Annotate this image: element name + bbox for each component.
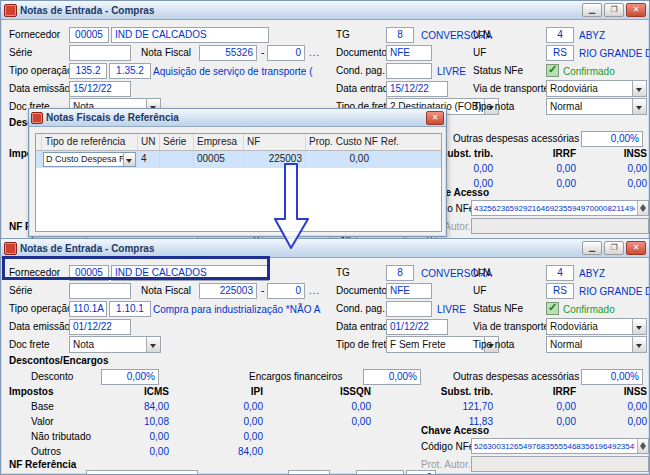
minimize-button[interactable]: ▁ xyxy=(582,241,602,255)
tipo-operacao-code1-input[interactable]: 135.2 xyxy=(69,63,107,79)
tipo-nota-dropdown[interactable]: Normal xyxy=(546,98,647,115)
serie-input[interactable] xyxy=(69,45,131,61)
via-transporte-dropdown[interactable]: Rodoviária xyxy=(546,80,647,97)
col-ipi: IPI xyxy=(183,386,263,397)
un-cell: 4 xyxy=(138,151,160,168)
prot-autor-label: Prot. Autor. xyxy=(421,459,470,470)
valor-issqn: 0,00 xyxy=(291,416,371,427)
tipo-referencia-combobox[interactable]: D Custo Despesa Ref xyxy=(43,152,136,167)
reference-row-selected[interactable]: D Custo Despesa Ref 4 00005 225003 0,00 xyxy=(36,151,441,168)
fornecedor-label: Fornecedor xyxy=(9,267,60,278)
status-nfe-checkbox[interactable] xyxy=(546,302,559,315)
cond-pag-label: Cond. pag. xyxy=(336,65,385,76)
nota-fiscal-browse-button[interactable]: ... xyxy=(309,285,320,296)
outras-despesas-input[interactable]: 0,00% xyxy=(581,131,643,147)
dialog-titlebar[interactable]: Notas Fiscais de Referência ✕ xyxy=(29,109,446,127)
tg-code-input[interactable]: 8 xyxy=(386,27,414,43)
prop-custo-cell: 0,00 xyxy=(306,151,441,168)
app-icon xyxy=(4,242,17,255)
doc-frete-dropdown[interactable]: Nota xyxy=(69,336,161,353)
serie-ref-input[interactable] xyxy=(288,470,330,475)
reference-grid: Tipo de referência UN Série Empresa NF P… xyxy=(35,133,442,232)
data-emissao-input[interactable]: 15/12/22 xyxy=(69,81,131,97)
tipo-operacao-code2-input[interactable]: 1.35.2 xyxy=(109,63,151,79)
fornecedor-code-input[interactable]: 00005 xyxy=(69,265,109,281)
base-icms: 84,00 xyxy=(89,401,169,412)
encargos-input[interactable]: 0,00% xyxy=(363,369,421,385)
empresa-cell: 00005 xyxy=(194,151,244,168)
grid-header-row: Tipo de referência UN Série Empresa NF P… xyxy=(36,134,441,151)
data-emissao-input[interactable]: 01/12/22 xyxy=(69,319,131,335)
un-name-text: ABYZ xyxy=(579,266,605,282)
titlebar[interactable]: Notas de Entrada - Compras ▁ ❐ ✕ xyxy=(1,239,649,258)
data-emissao-label: Data emissão xyxy=(9,83,70,94)
codigo-nfe-input[interactable]: 4325623659292164692355949700008211494316… xyxy=(471,200,649,216)
tipo-nota-value: Normal xyxy=(550,339,582,350)
outros-label: Outros xyxy=(31,446,61,457)
un-code-input[interactable]: 4 xyxy=(546,27,574,43)
prot-autor-input xyxy=(471,456,649,472)
un-name-text: ABYZ xyxy=(579,28,605,44)
tipo-operacao-code1-input[interactable]: 110.1A xyxy=(69,301,107,317)
dialog-close-button[interactable]: ✕ xyxy=(426,111,444,125)
un-code-input[interactable]: 4 xyxy=(546,265,574,281)
valor-label: Valor xyxy=(31,416,54,427)
cond-pag-input[interactable] xyxy=(386,301,432,317)
tipo-operacao-code2-input[interactable]: 1.10.1 xyxy=(109,301,151,317)
base-issqn: 0,00 xyxy=(291,401,371,412)
minimize-button[interactable]: ▁ xyxy=(582,3,602,17)
nota-fiscal-number-input[interactable]: 55326 xyxy=(199,45,257,61)
codigo-nfe-value: 4325623659292164692355949700008211494316… xyxy=(474,204,635,213)
tipo-frete-label: Tipo de frete xyxy=(336,339,392,350)
desconto-input[interactable]: 0,00% xyxy=(101,369,159,385)
serie-input[interactable] xyxy=(69,283,131,299)
via-transporte-label: Via de transporte xyxy=(473,321,549,332)
codigo-nfe-input[interactable]: 5263003126549768355554683561964923545617… xyxy=(471,438,649,454)
tipo-nota-dropdown[interactable]: Normal xyxy=(546,336,647,353)
via-transporte-value: Rodoviária xyxy=(550,83,598,94)
uf-code-input[interactable]: RS xyxy=(546,45,574,61)
tipo-cell: D Custo Despesa Ref xyxy=(42,151,138,168)
base-irrf: 0,00 xyxy=(496,401,576,412)
documento-input[interactable]: NFE xyxy=(386,283,432,299)
nota-fiscal-label: Nota Fiscal xyxy=(141,47,191,58)
nota-fiscal-suffix-input[interactable]: 0 xyxy=(267,45,305,61)
maximize-button[interactable]: ❐ xyxy=(604,3,624,17)
tipo-operacao-label: Tipo operação xyxy=(9,65,73,76)
fornecedor-code-input[interactable]: 00005 xyxy=(69,27,109,43)
via-transporte-dropdown[interactable]: Rodoviária xyxy=(546,318,647,335)
chevron-down-icon xyxy=(636,88,642,92)
documento-input[interactable]: NFE xyxy=(386,45,432,61)
data-entrada-input[interactable]: 15/12/22 xyxy=(386,81,448,97)
tg-label: TG xyxy=(336,267,350,278)
fornecedor-name-input[interactable]: IND DE CALCADOS xyxy=(111,27,269,43)
nf-ref-suffix-input[interactable]: 0 xyxy=(406,470,436,475)
status-nfe-checkbox[interactable] xyxy=(546,64,559,77)
close-button[interactable]: ✕ xyxy=(626,3,646,17)
spinner-icon[interactable] xyxy=(637,201,648,215)
spinner-icon[interactable] xyxy=(637,439,648,453)
chevron-down-icon xyxy=(150,344,156,348)
maximize-button[interactable]: ❐ xyxy=(604,241,624,255)
col-subst: Subst. trib. xyxy=(413,386,493,397)
cond-pag-input[interactable] xyxy=(386,63,432,79)
titlebar[interactable]: Notas de Entrada - Compras ▁ ❐ ✕ xyxy=(1,1,649,20)
fornecedor-name-input[interactable]: IND DE CALCADOS xyxy=(111,265,269,281)
empresa-input[interactable] xyxy=(86,470,198,475)
chave-acesso-heading: Chave Acesso xyxy=(421,425,489,436)
tg-code-input[interactable]: 8 xyxy=(386,265,414,281)
outras-despesas-input[interactable]: 0,00% xyxy=(581,369,643,385)
un-label: U.N. xyxy=(473,29,493,40)
data-entrada-input[interactable]: 01/12/22 xyxy=(386,319,448,335)
down-arrow-annotation xyxy=(274,163,310,250)
uf-code-input[interactable]: RS xyxy=(546,283,574,299)
nota-fiscal-browse-button[interactable]: ... xyxy=(309,47,320,58)
nota-fiscal-number-input[interactable]: 225003 xyxy=(199,283,257,299)
desconto-label: Desconto xyxy=(31,371,73,382)
outros-icms: 0,00 xyxy=(89,446,169,457)
nota-fiscal-suffix-input[interactable]: 0 xyxy=(267,283,305,299)
close-button[interactable]: ✕ xyxy=(626,241,646,255)
naotrib-icms: 0,00 xyxy=(89,431,169,442)
base-inss: 0,00 xyxy=(567,401,647,412)
nf-ref-input[interactable] xyxy=(356,470,404,475)
